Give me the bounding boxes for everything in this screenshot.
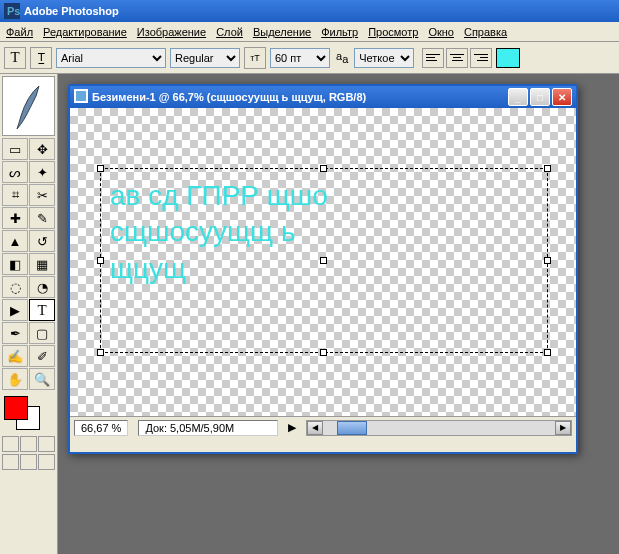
stamp-tool[interactable]: ▲: [2, 230, 28, 252]
close-button[interactable]: ✕: [552, 88, 572, 106]
screen-standard[interactable]: [2, 454, 19, 470]
handle-bot-right[interactable]: [544, 349, 551, 356]
menu-image[interactable]: Изображение: [137, 26, 206, 38]
orientation-button[interactable]: T̲: [30, 47, 52, 69]
handle-top-right[interactable]: [544, 165, 551, 172]
text-layer-content[interactable]: ав сд ГПРР щшо сщшосуущщ ь щцущ: [110, 178, 328, 287]
menu-window[interactable]: Окно: [428, 26, 454, 38]
handle-bot-left[interactable]: [97, 349, 104, 356]
handle-mid-right[interactable]: [544, 257, 551, 264]
mode-3[interactable]: [38, 436, 55, 452]
document-window: Безимени-1 @ 66,7% (сщшосуущщ ь щцущ, RG…: [68, 84, 578, 454]
pen-tool[interactable]: ✒: [2, 322, 28, 344]
align-center-button[interactable]: [446, 48, 468, 68]
scroll-left-arrow[interactable]: ◀: [307, 421, 323, 435]
path-select-tool[interactable]: ▶: [2, 299, 28, 321]
screen-full[interactable]: [38, 454, 55, 470]
document-title: Безимени-1 @ 66,7% (сщшосуущщ ь щцущ, RG…: [92, 91, 366, 103]
antialias-select[interactable]: Четкое: [354, 48, 414, 68]
zoom-tool[interactable]: 🔍: [29, 368, 55, 390]
document-titlebar[interactable]: Безимени-1 @ 66,7% (сщшосуущщ ь щцущ, RG…: [70, 86, 576, 108]
horizontal-scrollbar[interactable]: ◀ ▶: [306, 420, 572, 436]
marquee-tool[interactable]: ▭: [2, 138, 28, 160]
handle-mid-left[interactable]: [97, 257, 104, 264]
handle-top-left[interactable]: [97, 165, 104, 172]
wand-tool[interactable]: ✦: [29, 161, 55, 183]
app-icon: Ps: [4, 3, 20, 19]
eyedropper-tool[interactable]: ✐: [29, 345, 55, 367]
menu-select[interactable]: Выделение: [253, 26, 311, 38]
doc-size[interactable]: Док: 5,05M/5,90M: [138, 420, 278, 436]
options-bar: T T̲ Arial Regular тТ 60 пт aa Четкое: [0, 42, 619, 74]
color-swatches: [2, 394, 55, 434]
workspace: ▭ ✥ ᔕ ✦ ⌗ ✂ ✚ ✎ ▲ ↺ ◧ ▦ ◌ ◔ ▶ T ✒ ▢ ✍ ✐ …: [0, 74, 619, 554]
font-weight-select[interactable]: Regular: [170, 48, 240, 68]
maximize-button[interactable]: □: [530, 88, 550, 106]
font-size-icon: тТ: [244, 47, 266, 69]
eraser-tool[interactable]: ◧: [2, 253, 28, 275]
screen-full-menu[interactable]: [20, 454, 37, 470]
move-tool[interactable]: ✥: [29, 138, 55, 160]
standard-mode[interactable]: [2, 436, 19, 452]
menu-file[interactable]: Файл: [6, 26, 33, 38]
handle-bot-mid[interactable]: [320, 349, 327, 356]
dodge-tool[interactable]: ◔: [29, 276, 55, 298]
menu-view[interactable]: Просмотр: [368, 26, 418, 38]
app-title: Adobe Photoshop: [24, 5, 119, 17]
status-arrow-icon[interactable]: ▶: [288, 421, 296, 434]
crop-tool[interactable]: ⌗: [2, 184, 28, 206]
menu-filter[interactable]: Фильтр: [321, 26, 358, 38]
font-family-select[interactable]: Arial: [56, 48, 166, 68]
tool-grid: ▭ ✥ ᔕ ✦ ⌗ ✂ ✚ ✎ ▲ ↺ ◧ ▦ ◌ ◔ ▶ T ✒ ▢ ✍ ✐ …: [2, 138, 55, 390]
align-left-button[interactable]: [422, 48, 444, 68]
font-size-select[interactable]: 60 пт: [270, 48, 330, 68]
blur-tool[interactable]: ◌: [2, 276, 28, 298]
heal-tool[interactable]: ✚: [2, 207, 28, 229]
canvas[interactable]: ав сд ГПРР щшо сщшосуущщ ь щцущ: [70, 108, 576, 416]
menu-help[interactable]: Справка: [464, 26, 507, 38]
notes-tool[interactable]: ✍: [2, 345, 28, 367]
foreground-color[interactable]: [4, 396, 28, 420]
screen-modes: [2, 454, 55, 470]
handle-top-mid[interactable]: [320, 165, 327, 172]
type-tool-indicator[interactable]: T: [4, 47, 26, 69]
toolbox: ▭ ✥ ᔕ ✦ ⌗ ✂ ✚ ✎ ▲ ↺ ◧ ▦ ◌ ◔ ▶ T ✒ ▢ ✍ ✐ …: [0, 74, 58, 554]
slice-tool[interactable]: ✂: [29, 184, 55, 206]
history-brush-tool[interactable]: ↺: [29, 230, 55, 252]
app-titlebar: Ps Adobe Photoshop: [0, 0, 619, 22]
doc-icon: [74, 89, 88, 105]
aa-label: aa: [336, 50, 348, 65]
quickmask-mode[interactable]: [20, 436, 37, 452]
type-tool[interactable]: T: [29, 299, 55, 321]
status-bar: 66,67 % Док: 5,05M/5,90M ▶ ◀ ▶: [70, 416, 576, 438]
gradient-tool[interactable]: ▦: [29, 253, 55, 275]
shape-tool[interactable]: ▢: [29, 322, 55, 344]
lasso-tool[interactable]: ᔕ: [2, 161, 28, 183]
toolbox-logo: [2, 76, 55, 136]
hand-tool[interactable]: ✋: [2, 368, 28, 390]
text-color-swatch[interactable]: [496, 48, 520, 68]
scroll-right-arrow[interactable]: ▶: [555, 421, 571, 435]
scroll-thumb[interactable]: [337, 421, 367, 435]
zoom-level[interactable]: 66,67 %: [74, 420, 128, 436]
svg-rect-3: [76, 91, 86, 101]
menu-edit[interactable]: Редактирование: [43, 26, 127, 38]
text-align-group: [422, 48, 492, 68]
mask-modes: [2, 436, 55, 452]
menu-layer[interactable]: Слой: [216, 26, 243, 38]
svg-text:Ps: Ps: [7, 5, 20, 17]
align-right-button[interactable]: [470, 48, 492, 68]
brush-tool[interactable]: ✎: [29, 207, 55, 229]
minimize-button[interactable]: _: [508, 88, 528, 106]
canvas-area: Безимени-1 @ 66,7% (сщшосуущщ ь щцущ, RG…: [58, 74, 619, 554]
menu-bar: Файл Редактирование Изображение Слой Выд…: [0, 22, 619, 42]
